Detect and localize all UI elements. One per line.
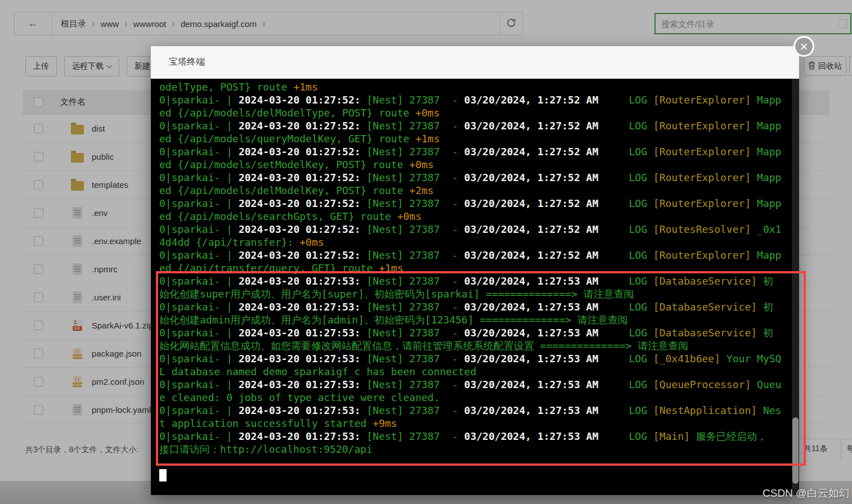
terminal-text: +0ms <box>409 159 433 170</box>
terminal-text: Mapp <box>757 197 781 209</box>
terminal-text: 服务已经启动， <box>696 430 767 442</box>
terminal-text: [RouterExplorer] <box>653 146 757 158</box>
terminal-text: [Nest] 27387 - <box>366 94 464 106</box>
terminal-line: 始化网站配置信息成功、如您需要修改网站配置信息，请前往管理系统系统配置设置 ==… <box>159 339 799 352</box>
terminal-text: [RoutesResolver] <box>653 223 757 235</box>
terminal-text: ed {/api/models/setModelKey, POST} route <box>159 159 409 170</box>
terminal-text: 2024-03-20 01:27:53: <box>239 353 367 364</box>
terminal-text: ed {/api/models/delModelType, POST} rout… <box>159 107 415 119</box>
terminal-line: odelType, POST} route +1ms <box>159 80 799 93</box>
terminal-text: 03/20/2024, 1:27:52 AM <box>464 120 598 132</box>
scrollbar-thumb[interactable] <box>792 417 799 484</box>
terminal-text: 0|sparkai- | <box>159 223 239 235</box>
terminal-text: [RouterExplorer] <box>653 172 757 183</box>
terminal-text: LOG <box>598 94 653 106</box>
terminal-text: 03/20/2024, 1:27:52 AM <box>464 197 598 209</box>
terminal-text: [Nest] 27387 - <box>366 301 464 313</box>
terminal-text: 初 <box>763 301 773 313</box>
terminal-text: 0|sparkai- | <box>159 327 239 339</box>
close-icon[interactable]: × <box>793 36 814 57</box>
terminal-text: Mapp <box>757 146 781 158</box>
terminal-text: 2024-03-20 01:27:52: <box>239 94 367 106</box>
terminal-text: 2024-03-20 01:27:53: <box>239 379 367 390</box>
terminal-text: ed {/api/models/queryModelKey, GET} rout… <box>159 133 415 145</box>
terminal[interactable]: odelType, POST} route +1ms0|sparkai- | 2… <box>151 79 799 495</box>
terminal-line: e cleaned: 0 jobs of type active were cl… <box>159 391 799 404</box>
terminal-text: [Main] <box>653 430 696 442</box>
terminal-text: _0x1 <box>757 223 781 235</box>
terminal-line: t application successfully started +9ms <box>159 417 799 430</box>
terminal-line: ed {/api/models/queryModelKey, GET} rout… <box>159 132 799 145</box>
terminal-text: LOG <box>598 353 653 364</box>
terminal-line: 始化创建admin用户成功、用户名为[admin]、初始密码为[123456] … <box>159 313 799 326</box>
terminal-line: ed {/api/models/delModelKey, POST} route… <box>159 184 799 197</box>
terminal-text: 4d4dd {/api/transfer}: <box>159 236 299 248</box>
terminal-text: 接口请访问：http://localhost:9520/api <box>159 443 373 455</box>
terminal-line: 0|sparkai- | 2024-03-20 01:27:52: [Nest]… <box>159 223 799 236</box>
terminal-text: [Nest] 27387 - <box>366 275 464 287</box>
terminal-text: 03/20/2024, 1:27:53 AM <box>464 379 598 390</box>
terminal-text: [DatabaseService] <box>653 275 763 287</box>
terminal-text: 0|sparkai- | <box>159 353 239 364</box>
terminal-text: 03/20/2024, 1:27:53 AM <box>464 327 598 339</box>
terminal-text: ed {/api/models/searchGpts, GET} route <box>159 210 397 222</box>
terminal-text: 2024-03-20 01:27:52: <box>239 223 367 235</box>
terminal-text: Mapp <box>757 120 781 132</box>
terminal-modal: 宝塔终端 odelType, POST} route +1ms0|sparkai… <box>151 46 799 495</box>
terminal-line: 0|sparkai- | 2024-03-20 01:27:53: [Nest]… <box>159 404 799 417</box>
terminal-line: 0|sparkai- | 2024-03-20 01:27:52: [Nest]… <box>159 119 799 132</box>
terminal-text: 0|sparkai- | <box>159 172 239 183</box>
terminal-text: [NestApplication] <box>653 404 763 416</box>
terminal-text: [RouterExplorer] <box>653 94 757 106</box>
terminal-line: 接口请访问：http://localhost:9520/api <box>159 443 799 456</box>
terminal-text: 0|sparkai- | <box>159 379 239 390</box>
terminal-text: L database named demo_sparkaigf_c has be… <box>159 366 477 377</box>
terminal-cursor <box>159 469 167 482</box>
terminal-text: LOG <box>598 120 653 132</box>
terminal-text: Nes <box>763 404 782 416</box>
terminal-text: 03/20/2024, 1:27:53 AM <box>464 301 598 313</box>
terminal-text: 2024-03-20 01:27:53: <box>239 404 367 416</box>
terminal-line: ed {/api/models/setModelKey, POST} route… <box>159 158 799 171</box>
terminal-text: LOG <box>598 327 653 339</box>
terminal-line: 0|sparkai- | 2024-03-20 01:27:53: [Nest]… <box>159 300 799 313</box>
terminal-text: LOG <box>598 172 653 183</box>
terminal-text: Mapp <box>757 172 781 183</box>
terminal-line: 0|sparkai- | 2024-03-20 01:27:53: [Nest]… <box>159 430 799 443</box>
terminal-text: 2024-03-20 01:27:53: <box>239 301 367 313</box>
terminal-text: 0|sparkai- | <box>159 197 239 209</box>
terminal-text: +9ms <box>373 417 397 429</box>
terminal-text: +0ms <box>397 210 421 222</box>
terminal-text: 0|sparkai- | <box>159 94 239 106</box>
terminal-text: 0|sparkai- | <box>159 430 239 442</box>
terminal-text: 03/20/2024, 1:27:53 AM <box>464 353 598 364</box>
terminal-line: L database named demo_sparkaigf_c has be… <box>159 365 799 378</box>
terminal-text: Mapp <box>757 94 781 106</box>
terminal-text: +1ms <box>293 81 317 93</box>
terminal-text: [RouterExplorer] <box>653 120 757 132</box>
terminal-text: e cleaned: 0 jobs of type active were cl… <box>159 392 440 403</box>
terminal-text: 初 <box>763 327 773 339</box>
terminal-text: [Nest] 27387 - <box>366 327 464 339</box>
terminal-text: 0|sparkai- | <box>159 146 239 158</box>
terminal-text: 0|sparkai- | <box>159 275 239 287</box>
terminal-line: 0|sparkai- | 2024-03-20 01:27:52: [Nest]… <box>159 249 799 262</box>
terminal-text: 始化创建super用户成功、用户名为[super]、初始密码为[sparkai]… <box>159 288 634 300</box>
terminal-text: 0|sparkai- | <box>159 120 239 132</box>
terminal-text: 03/20/2024, 1:27:53 AM <box>464 275 598 287</box>
terminal-text: +1ms <box>415 133 440 145</box>
terminal-text: LOG <box>598 223 653 235</box>
terminal-text: ed {/api/transfer/query, GET} route <box>159 262 379 274</box>
terminal-text: LOG <box>598 249 653 261</box>
terminal-line: 0|sparkai- | 2024-03-20 01:27:53: [Nest]… <box>159 326 799 339</box>
terminal-output: odelType, POST} route +1ms0|sparkai- | 2… <box>151 79 799 456</box>
terminal-text: [_0x41b6ee] <box>653 353 727 364</box>
terminal-text: 03/20/2024, 1:27:53 AM <box>464 404 598 416</box>
terminal-text: t application successfully started <box>159 417 373 429</box>
terminal-text: 2024-03-20 01:27:53: <box>239 327 367 339</box>
terminal-text: 2024-03-20 01:27:53: <box>239 275 367 287</box>
terminal-text: Mapp <box>757 249 781 261</box>
terminal-text: 0|sparkai- | <box>159 301 239 313</box>
terminal-text: Queu <box>757 379 781 390</box>
terminal-text: 2024-03-20 01:27:52: <box>239 146 367 158</box>
